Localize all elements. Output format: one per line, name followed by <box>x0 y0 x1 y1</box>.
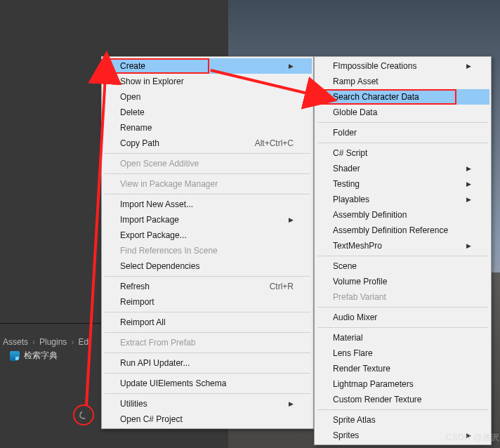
chevron-right-icon: ▶ <box>466 196 471 203</box>
menu-item-volume-profile[interactable]: Volume Profile <box>316 274 489 289</box>
scriptable-object-icon <box>10 351 20 361</box>
menu-item-assembly-definition-reference[interactable]: Assembly Definition Reference <box>316 223 489 238</box>
menu-item-run-api-updater[interactable]: Run API Updater... <box>103 355 312 371</box>
menu-separator <box>105 353 310 353</box>
context-menu-create: FImpossible Creations ▶ Ramp Asset Searc… <box>314 56 492 445</box>
menu-separator <box>317 327 488 328</box>
menu-item-testing[interactable]: Testing ▶ <box>316 176 489 192</box>
menu-separator <box>317 256 488 256</box>
menu-separator <box>317 409 488 410</box>
menu-item-import-package[interactable]: Import Package ▶ <box>103 212 312 228</box>
menu-item-utilities[interactable]: Utilities ▶ <box>103 396 312 411</box>
breadcrumb[interactable]: Assets › Plugins › Ed <box>0 337 88 347</box>
chevron-right-icon: ▶ <box>289 62 294 70</box>
menu-separator <box>317 307 488 308</box>
breadcrumb-item[interactable]: Plugins <box>39 337 67 347</box>
shortcut-label: Ctrl+R <box>270 282 294 291</box>
menu-item-import-new-asset[interactable]: Import New Asset... <box>103 197 312 212</box>
menu-item-extract-from-prefab: Extract From Prefab <box>103 335 312 350</box>
menu-item-render-texture[interactable]: Render Texture <box>316 361 489 376</box>
menu-separator <box>105 276 310 277</box>
asset-item[interactable]: 检索字典 <box>10 350 58 362</box>
menu-item-material[interactable]: Material <box>316 330 489 345</box>
chevron-right-icon: ▶ <box>466 62 471 70</box>
menu-item-cs-script[interactable]: C# Script <box>316 145 489 161</box>
menu-separator <box>105 194 310 195</box>
menu-separator <box>105 393 310 394</box>
menu-separator <box>317 143 488 143</box>
menu-item-refresh[interactable]: Refresh Ctrl+R <box>103 279 312 294</box>
menu-separator <box>105 153 310 154</box>
menu-item-open-scene-additive: Open Scene Additive <box>103 156 312 171</box>
menu-item-reimport-all[interactable]: Reimport All <box>103 315 312 330</box>
menu-separator <box>105 373 310 374</box>
menu-item-reimport[interactable]: Reimport <box>103 294 312 310</box>
watermark: CSDN @唐沢 <box>445 432 500 444</box>
menu-item-show-in-explorer[interactable]: Show in Explorer <box>103 74 312 89</box>
menu-item-globle-data[interactable]: Globle Data <box>316 105 489 120</box>
menu-item-lens-flare[interactable]: Lens Flare <box>316 345 489 361</box>
chevron-right-icon: › <box>32 337 35 347</box>
shortcut-label: Alt+Ctrl+C <box>255 138 294 148</box>
menu-item-copy-path[interactable]: Copy Path Alt+Ctrl+C <box>103 136 312 151</box>
menu-separator <box>105 173 310 174</box>
menu-item-ramp-asset[interactable]: Ramp Asset <box>316 74 489 89</box>
menu-item-playables[interactable]: Playables ▶ <box>316 192 489 207</box>
menu-item-lightmap-parameters[interactable]: Lightmap Parameters <box>316 376 489 392</box>
menu-item-custom-render-texture[interactable]: Custom Render Texture <box>316 392 489 407</box>
breadcrumb-item[interactable]: Assets <box>3 337 28 347</box>
menu-item-fimpossible-creations[interactable]: FImpossible Creations ▶ <box>316 58 489 74</box>
menu-item-create[interactable]: Create ▶ <box>103 58 312 74</box>
menu-item-audio-mixer[interactable]: Audio Mixer <box>316 310 489 325</box>
menu-separator <box>317 122 488 123</box>
menu-item-scene[interactable]: Scene <box>316 258 489 274</box>
menu-item-select-dependencies[interactable]: Select Dependencies <box>103 258 312 274</box>
menu-item-open-cs-project[interactable]: Open C# Project <box>103 411 312 427</box>
menu-item-textmeshpro[interactable]: TextMeshPro ▶ <box>316 238 489 253</box>
menu-item-prefab-variant: Prefab Variant <box>316 289 489 305</box>
asset-label: 检索字典 <box>24 350 58 362</box>
menu-item-open[interactable]: Open <box>103 89 312 105</box>
menu-separator <box>105 332 310 333</box>
breadcrumb-item[interactable]: Ed <box>78 337 88 347</box>
menu-item-shader[interactable]: Shader ▶ <box>316 161 489 176</box>
menu-item-rename[interactable]: Rename <box>103 120 312 136</box>
chevron-right-icon: ▶ <box>466 242 471 249</box>
menu-item-sprite-atlas[interactable]: Sprite Atlas <box>316 412 489 428</box>
menu-item-delete[interactable]: Delete <box>103 105 312 120</box>
context-menu-assets: Create ▶ Show in Explorer Open Delete Re… <box>101 56 314 429</box>
menu-item-search-character-data[interactable]: Search Character Data <box>316 89 489 105</box>
chevron-right-icon: ▶ <box>289 216 294 223</box>
chevron-right-icon: ▶ <box>466 165 471 172</box>
menu-item-export-package[interactable]: Export Package... <box>103 228 312 243</box>
menu-separator <box>105 312 310 312</box>
chevron-right-icon: ▶ <box>289 400 294 407</box>
chevron-right-icon: › <box>71 337 74 347</box>
menu-item-assembly-definition[interactable]: Assembly Definition <box>316 207 489 223</box>
menu-item-view-in-package-manager: View in Package Manager <box>103 176 312 192</box>
menu-item-update-uielements-schema[interactable]: Update UIElements Schema <box>103 376 312 391</box>
menu-item-find-references: Find References In Scene <box>103 243 312 258</box>
chevron-right-icon: ▶ <box>466 180 471 187</box>
menu-item-folder[interactable]: Folder <box>316 125 489 140</box>
